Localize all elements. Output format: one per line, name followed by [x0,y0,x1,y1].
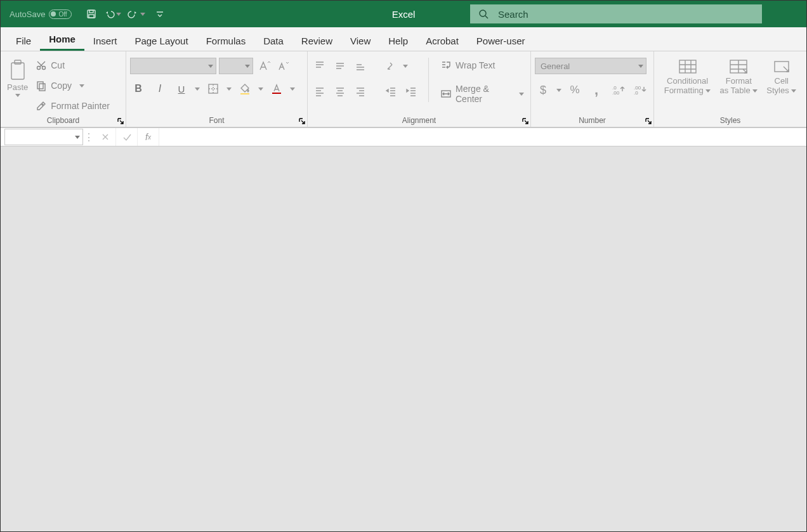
paintbrush-icon [36,100,47,112]
cut-button[interactable]: Cut [33,58,112,73]
align-middle-button[interactable] [332,58,348,74]
group-font: B I U Font [126,51,308,127]
svg-point-3 [480,10,486,16]
tab-home[interactable]: Home [40,29,84,51]
svg-point-6 [37,67,41,70]
cancel-formula-button[interactable] [95,128,116,146]
align-top-button[interactable] [312,58,328,74]
align-right-button[interactable] [352,83,369,100]
tab-help[interactable]: Help [379,30,417,51]
tab-acrobat[interactable]: Acrobat [417,30,468,51]
wrap-text-button[interactable]: Wrap Text [438,58,527,73]
wrap-text-label: Wrap Text [456,60,495,70]
cut-label: Cut [51,60,65,70]
tab-formulas[interactable]: Formulas [197,30,255,51]
align-bottom-button[interactable] [352,58,369,74]
cell-styles-label: CellStyles [766,76,789,95]
svg-text:.0: .0 [634,90,638,96]
undo-button[interactable] [103,8,121,20]
formula-input[interactable] [159,128,806,146]
chevron-down-icon [116,13,121,16]
app-title: Excel [392,9,416,20]
font-dialog-launcher[interactable] [298,117,306,125]
fill-color-button[interactable] [237,81,253,97]
group-number: General $ % , .0.00 .00.0 Number [531,51,654,127]
chevron-down-icon[interactable] [195,88,200,91]
conditional-label: ConditionalFormatting [664,76,708,95]
align-left-button[interactable] [312,83,328,100]
chevron-down-icon [79,84,84,88]
tab-page-layout[interactable]: Page Layout [126,30,197,51]
name-box[interactable] [4,129,83,145]
comma-button[interactable]: , [588,82,605,98]
autosave-label: AutoSave [10,10,45,19]
increase-decimal-button[interactable]: .0.00 [610,82,626,98]
toggle-knob [51,11,56,16]
chevron-down-icon[interactable] [403,65,408,68]
alignment-dialog-launcher[interactable] [522,117,529,125]
chevron-down-icon [519,93,524,96]
chevron-down-icon[interactable] [226,88,232,91]
wrap-text-icon [440,60,452,71]
svg-rect-4 [11,63,24,79]
save-button[interactable] [86,8,97,20]
bold-button[interactable]: B [130,81,147,97]
underline-button[interactable]: U [173,81,190,97]
decrease-font-button[interactable] [275,58,291,74]
autosave-toggle[interactable]: Off [49,10,71,19]
percent-button[interactable]: % [567,82,583,98]
tab-insert[interactable]: Insert [84,30,126,51]
decrease-indent-button[interactable] [383,83,399,100]
format-as-table-button[interactable]: Formatas Table [717,56,760,97]
increase-indent-button[interactable] [403,83,419,100]
format-painter-button[interactable]: Format Painter [33,98,112,114]
increase-font-button[interactable] [256,58,272,74]
accounting-format-button[interactable]: $ [535,82,551,98]
group-styles: ConditionalFormatting Formatas Table Cel… [654,51,806,127]
group-label-styles: Styles [658,115,803,127]
cell-styles-button[interactable]: CellStyles [764,56,799,97]
search-box[interactable] [470,4,762,23]
align-center-button[interactable] [332,83,348,100]
format-table-label: Formatas Table [719,76,751,95]
font-name-combo[interactable] [130,58,216,74]
chevron-down-icon[interactable] [258,88,263,91]
svg-rect-1 [89,10,93,13]
search-input[interactable] [498,9,754,20]
italic-button[interactable]: I [152,81,168,97]
decrease-decimal-button[interactable]: .00.0 [631,82,648,98]
number-dialog-launcher[interactable] [645,117,652,125]
enter-formula-button[interactable] [116,128,138,146]
font-color-button[interactable] [268,81,285,97]
borders-button[interactable] [205,81,221,97]
tab-view[interactable]: View [341,30,379,51]
autosave-control[interactable]: AutoSave Off [1,10,81,19]
title-bar: AutoSave Off Excel [1,1,806,27]
clipboard-dialog-launcher[interactable] [117,117,124,125]
number-format-combo[interactable]: General [535,58,646,74]
worksheet-area[interactable] [1,146,806,532]
scissors-icon [36,60,47,71]
format-painter-label: Format Painter [51,101,110,111]
paste-button[interactable]: Paste [4,58,30,98]
svg-rect-9 [39,84,45,91]
tab-review[interactable]: Review [292,30,341,51]
merge-center-button[interactable]: Merge & Center [438,82,527,106]
svg-rect-2 [89,15,94,18]
chevron-down-icon [705,89,711,93]
chevron-down-icon[interactable] [556,89,561,92]
chevron-down-icon[interactable] [290,88,295,91]
customize-qat-button[interactable] [155,10,164,18]
font-size-combo[interactable] [219,58,253,74]
group-label-alignment: Alignment [312,115,527,127]
paste-label: Paste [7,83,28,93]
conditional-formatting-button[interactable]: ConditionalFormatting [662,56,714,97]
tab-power-user[interactable]: Power-user [468,30,534,51]
chevron-down-icon [75,136,80,139]
redo-button[interactable] [128,8,145,20]
copy-button[interactable]: Copy [33,78,112,93]
orientation-button[interactable] [383,58,399,74]
tab-data[interactable]: Data [254,30,292,51]
tab-file[interactable]: File [7,30,40,51]
insert-function-button[interactable]: fx [138,128,159,146]
